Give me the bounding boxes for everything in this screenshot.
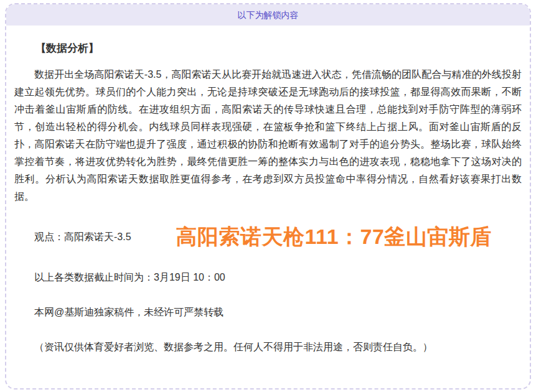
unlocked-content-panel: 以下为解锁内容 【数据分析】 数据开出全场高阳索诺天-3.5，高阳索诺天从比赛开…: [5, 3, 531, 390]
score-highlight: 高阳索诺天枪111：77釜山宙斯盾: [176, 223, 492, 251]
page: 以下为解锁内容 【数据分析】 数据开出全场高阳索诺天-3.5，高阳索诺天从比赛开…: [0, 0, 536, 392]
viewpoint-row: 观点：高阳索诺天-3.5 高阳索诺天枪111：77釜山宙斯盾: [14, 223, 522, 251]
analysis-paragraph: 数据开出全场高阳索诺天-3.5，高阳索诺天从比赛开始就迅速进入状态，凭借流畅的团…: [14, 66, 522, 205]
article-content: 【数据分析】 数据开出全场高阳索诺天-3.5，高阳索诺天从比赛开始就迅速进入状态…: [6, 41, 530, 356]
viewpoint-text: 观点：高阳索诺天-3.5: [14, 231, 131, 244]
disclaimer-text: （资讯仅供体育爱好者浏览、数据参考之用。任何人不得用于非法用途，否则责任自负。）: [14, 338, 522, 356]
copyright-text: 本网@基斯迪独家稿件，未经许可严禁转载: [14, 304, 522, 321]
unlocked-banner: 以下为解锁内容: [6, 4, 530, 26]
section-heading: 【数据分析】: [14, 41, 522, 56]
unlocked-banner-label: 以下为解锁内容: [238, 10, 299, 20]
data-deadline-text: 以上各类数据截止时间为：3月19日 10：00: [14, 269, 522, 286]
